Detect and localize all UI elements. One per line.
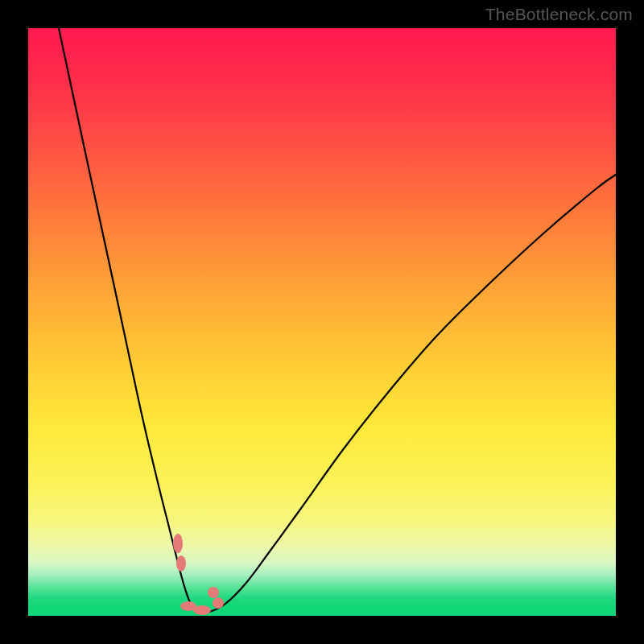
bottleneck-curve [59,28,616,613]
marker-left-lower-pill [176,555,186,572]
marker-left-upper-pill [173,534,183,553]
watermark-text: TheBottleneck.com [485,5,633,24]
plot-area [28,28,616,616]
marker-right-upper-dot [208,587,219,598]
chart-svg [28,28,616,616]
outer-frame: TheBottleneck.com [0,0,644,644]
marker-trough-right-pill [193,605,211,615]
marker-right-lower-dot [213,597,224,609]
